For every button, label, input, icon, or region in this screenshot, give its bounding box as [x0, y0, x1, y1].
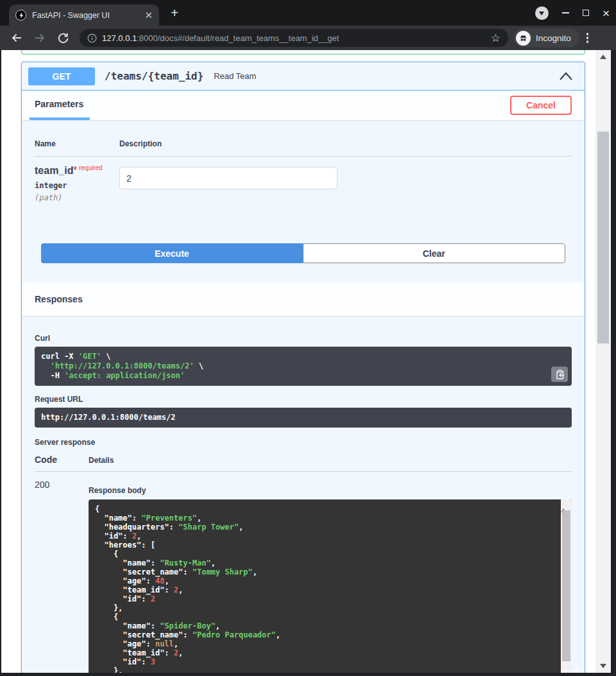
opblock-header[interactable]: GET /teams/{team_id} Read Team [22, 62, 585, 91]
responses-title: Responses [35, 294, 83, 304]
new-tab-button[interactable]: + [167, 6, 182, 21]
description-column-header: Description [119, 139, 572, 148]
back-button[interactable] [9, 30, 24, 46]
parameters-table-headers: Name Description [35, 139, 572, 157]
close-window-button[interactable]: × [603, 7, 610, 19]
details-column-header: Details [89, 456, 572, 465]
team-id-input[interactable] [119, 167, 338, 189]
parameters-section-header: Parameters Cancel [22, 91, 585, 120]
code-column-header: Code [35, 455, 89, 465]
request-url-value: http://127.0.0.1:8000/teams/2 [35, 408, 572, 428]
server-response-table: Code Details 200 Response body { "name":… [35, 455, 572, 673]
responses-inner: Curl curl -X 'GET' \ 'http://127.0.0.1:8… [22, 316, 585, 673]
curl-label: Curl [35, 334, 572, 343]
name-column-header: Name [35, 139, 119, 148]
forward-button[interactable] [32, 30, 47, 46]
incognito-label: Incognito [536, 33, 571, 43]
execute-button[interactable]: Execute [41, 243, 303, 263]
minimize-button[interactable] [562, 12, 569, 13]
response-body-code[interactable]: { "name": "Preventers", "headquarters": … [89, 499, 572, 673]
url-path: :8000/docs#/default/read_team_teams__tea… [137, 33, 339, 43]
maximize-button[interactable] [583, 10, 589, 16]
window-controls: × [535, 0, 610, 26]
reload-button[interactable] [55, 30, 71, 46]
request-url-label: Request URL [35, 395, 572, 404]
parameter-name-cell: team_id*required integer (path) [35, 164, 119, 202]
endpoint-summary: Read Team [214, 71, 256, 81]
response-body-label: Response body [89, 486, 572, 495]
parameter-type: integer [35, 181, 119, 190]
page-scrollbar-thumb[interactable] [597, 132, 609, 343]
method-badge: GET [28, 67, 95, 85]
response-row: 200 Response body { "name": "Preventers"… [35, 472, 572, 673]
incognito-icon [516, 31, 531, 46]
previous-opblock-edge [21, 50, 585, 55]
incognito-badge: Incognito [513, 28, 579, 48]
address-bar[interactable]: 127.0.0.1:8000/docs#/default/read_team_t… [80, 29, 508, 47]
tab-title: FastAPI - Swagger UI [32, 11, 110, 20]
response-body-scrollbar[interactable] [561, 499, 572, 673]
response-details-cell: Response body { "name": "Preventers", "h… [89, 480, 572, 673]
page-scroll-up-arrow-icon[interactable] [600, 55, 606, 59]
parameter-name: team_id*required [35, 164, 119, 177]
browser-toolbar: 127.0.0.1:8000/docs#/default/read_team_t… [0, 26, 616, 50]
tab-search-icon[interactable] [535, 6, 549, 20]
server-response-label: Server response [35, 438, 572, 447]
page-scrollbar[interactable] [595, 50, 611, 673]
response-scrollbar-thumb[interactable] [562, 510, 570, 661]
browser-window: FastAPI - Swagger UI ✕ + × 127.0.0.1:800… [0, 0, 616, 676]
response-table-headers: Code Details [35, 455, 572, 472]
tab-parameters[interactable]: Parameters [30, 91, 90, 120]
tab-close-icon[interactable]: ✕ [144, 10, 153, 20]
url-host: 127.0.0.1 [102, 33, 137, 43]
copy-to-clipboard-button[interactable] [551, 367, 568, 382]
status-code: 200 [35, 480, 89, 673]
browser-tab[interactable]: FastAPI - Swagger UI ✕ [9, 4, 159, 26]
endpoint-path: /teams/{team_id} [105, 70, 203, 82]
curl-code[interactable]: curl -X 'GET' \ 'http://127.0.0.1:8000/t… [35, 347, 572, 386]
bookmark-star-icon[interactable]: ☆ [491, 33, 501, 44]
page-scroll-down-arrow-icon[interactable] [600, 664, 606, 668]
collapse-chevron-icon[interactable] [559, 72, 573, 81]
get-opblock: GET /teams/{team_id} Read Team Parameter… [21, 62, 585, 673]
parameter-row: team_id*required integer (path) [35, 157, 572, 202]
parameter-location: (path) [35, 193, 119, 202]
browser-menu-icon[interactable] [586, 33, 588, 42]
cancel-button[interactable]: Cancel [510, 96, 572, 115]
required-label: required [79, 164, 103, 171]
url-text: 127.0.0.1:8000/docs#/default/read_team_t… [102, 33, 339, 43]
execute-row: Execute Clear [41, 243, 565, 263]
fastapi-favicon-icon [15, 10, 26, 21]
tab-strip: FastAPI - Swagger UI ✕ + × [0, 0, 616, 26]
clear-button[interactable]: Clear [303, 243, 566, 263]
responses-section-header: Responses [22, 282, 585, 316]
parameters-table: Name Description team_id*required intege… [22, 120, 585, 202]
page-content: GET /teams/{team_id} Read Team Parameter… [1, 50, 611, 673]
parameter-description-cell [119, 164, 572, 202]
required-star: * [73, 164, 76, 175]
site-info-icon[interactable] [87, 33, 97, 43]
